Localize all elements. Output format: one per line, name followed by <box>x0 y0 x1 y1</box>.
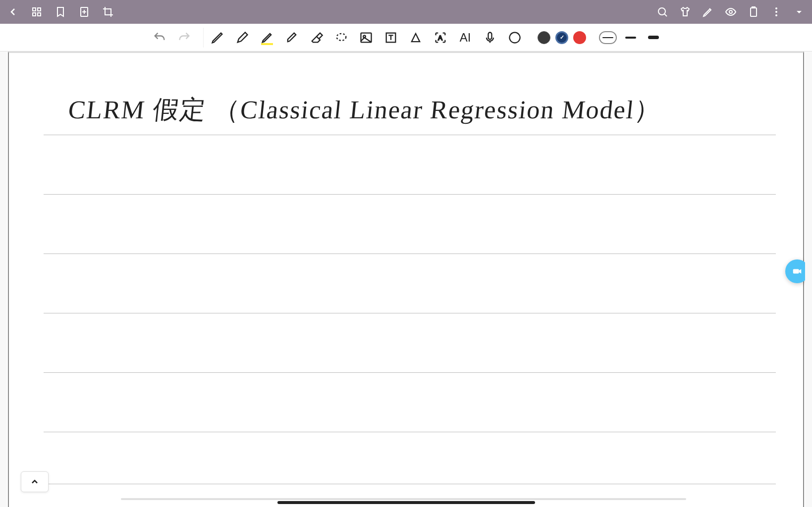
note-page: CLRM 假定 （Classical Linear Regression Mod… <box>8 51 804 507</box>
ai-label: AI <box>460 31 471 45</box>
gesture-bar <box>277 501 535 504</box>
svg-rect-7 <box>751 8 757 16</box>
svg-rect-3 <box>38 13 41 16</box>
ruled-line <box>44 372 776 373</box>
camera-float-button[interactable] <box>785 259 809 283</box>
paste-icon[interactable] <box>747 5 760 19</box>
shape-circle-tool[interactable] <box>505 28 525 48</box>
pen-tool[interactable] <box>208 28 227 48</box>
title-bar <box>0 0 812 24</box>
svg-rect-1 <box>38 8 41 11</box>
more-icon[interactable] <box>769 5 783 19</box>
handwritten-title: CLRM 假定 （Classical Linear Regression Mod… <box>66 93 775 127</box>
stroke-group <box>595 31 666 44</box>
color-red[interactable] <box>573 31 586 44</box>
ruled-line <box>44 135 776 135</box>
stroke-thick[interactable] <box>645 31 662 44</box>
expand-button[interactable] <box>21 471 49 492</box>
apps-icon[interactable] <box>30 5 44 19</box>
scroll-track <box>121 498 686 500</box>
svg-point-8 <box>775 7 777 9</box>
title-bar-right <box>655 5 806 19</box>
bookmark-icon[interactable] <box>54 5 67 19</box>
color-navy[interactable] <box>555 31 568 44</box>
stroke-medium[interactable] <box>622 31 640 44</box>
svg-rect-2 <box>33 13 36 16</box>
svg-rect-17 <box>793 269 799 273</box>
back-icon[interactable] <box>6 5 20 19</box>
color-black[interactable] <box>538 31 550 44</box>
svg-point-9 <box>775 11 777 13</box>
eye-icon[interactable] <box>724 5 738 19</box>
crop-icon[interactable] <box>101 5 115 19</box>
highlighter-tool[interactable] <box>257 28 277 48</box>
ruled-line <box>44 484 776 484</box>
ruled-line <box>44 254 776 254</box>
text-tool[interactable] <box>381 28 401 48</box>
svg-point-6 <box>729 10 732 13</box>
pencil-tool[interactable] <box>232 28 252 48</box>
pen-tools-group: A AI <box>203 28 529 48</box>
ocr-tool[interactable]: A <box>431 28 450 48</box>
add-page-icon[interactable] <box>77 5 91 19</box>
search-icon[interactable] <box>655 5 669 19</box>
color-group <box>534 31 590 44</box>
ruled-line <box>44 313 776 313</box>
lasso-tool[interactable] <box>331 28 351 48</box>
note-canvas[interactable]: CLRM 假定 （Classical Linear Regression Mod… <box>0 51 812 507</box>
ai-tool[interactable]: AI <box>455 28 475 48</box>
history-group <box>146 28 198 48</box>
drawing-toolbar: A AI <box>0 24 812 51</box>
ruled-line <box>44 432 776 432</box>
title-bar-left <box>6 5 115 19</box>
shape-tool[interactable] <box>406 28 426 48</box>
undo-button[interactable] <box>150 28 169 48</box>
svg-point-5 <box>658 8 665 15</box>
image-tool[interactable] <box>356 28 376 48</box>
redo-button[interactable] <box>174 28 194 48</box>
pen-edit-icon[interactable] <box>701 5 715 19</box>
t-shirt-icon[interactable] <box>678 5 692 19</box>
svg-rect-0 <box>33 8 36 11</box>
dropdown-icon[interactable] <box>792 5 806 19</box>
svg-text:A: A <box>438 34 442 41</box>
stroke-thin[interactable] <box>599 31 617 44</box>
svg-rect-16 <box>488 32 492 39</box>
svg-point-10 <box>775 14 777 16</box>
svg-point-11 <box>337 33 346 40</box>
eraser-tool[interactable] <box>307 28 326 48</box>
mic-tool[interactable] <box>480 28 500 48</box>
ruled-line <box>44 194 776 195</box>
marker-tool[interactable] <box>282 28 302 48</box>
